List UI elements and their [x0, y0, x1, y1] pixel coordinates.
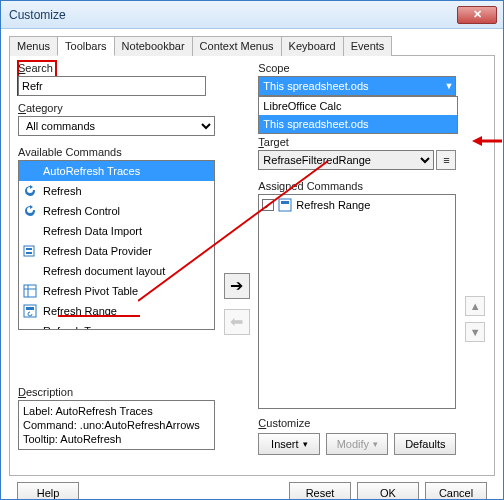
- arrow-up-icon: ▲: [470, 300, 481, 312]
- reorder-buttons: ▲ ▼: [464, 62, 486, 455]
- blank-icon: [23, 224, 37, 238]
- svg-rect-0: [24, 246, 34, 256]
- target-label: Target: [258, 136, 456, 148]
- blank-icon: [23, 264, 37, 278]
- right-column: Scope This spreadsheet.ods ▼ LibreOffice…: [258, 62, 456, 455]
- assigned-commands-label: Assigned Commands: [258, 180, 456, 192]
- description-line: Tooltip: AutoRefresh: [23, 432, 210, 446]
- svg-rect-7: [26, 307, 34, 310]
- dialog-footer: Help Reset OK Cancel: [9, 476, 495, 500]
- search-label: Search: [18, 62, 215, 74]
- description-line: Label: AutoRefresh Traces: [23, 404, 210, 418]
- svg-rect-9: [281, 201, 289, 204]
- refresh-icon: [23, 184, 37, 198]
- blank-icon: [23, 324, 37, 330]
- pivot-table-icon: [23, 284, 37, 298]
- available-commands-label: Available Commands: [18, 146, 215, 158]
- transfer-buttons: ➔ ⬅: [223, 62, 251, 455]
- arrow-down-icon: ▼: [470, 326, 481, 338]
- close-icon: ✕: [473, 8, 482, 21]
- list-item-label: Refresh Range: [296, 199, 370, 211]
- list-item[interactable]: Refresh Data Provider: [19, 241, 214, 261]
- scope-option[interactable]: This spreadsheet.ods: [259, 115, 457, 133]
- tab-notebookbar[interactable]: Notebookbar: [114, 36, 193, 56]
- list-item[interactable]: Refresh: [19, 181, 214, 201]
- move-up-button[interactable]: ▲: [465, 296, 485, 316]
- arrow-left-icon: ⬅: [230, 312, 243, 331]
- available-commands-list[interactable]: AutoRefresh Traces Refresh Refresh Contr…: [18, 160, 215, 330]
- blank-icon: [23, 164, 37, 178]
- category-select[interactable]: All commands: [18, 116, 215, 136]
- assigned-commands-list[interactable]: ✓ Refresh Range: [258, 194, 456, 409]
- ok-button[interactable]: OK: [357, 482, 419, 500]
- remove-command-button[interactable]: ⬅: [224, 309, 250, 335]
- list-item-label: Refresh Data Import: [43, 225, 142, 237]
- reset-button[interactable]: Reset: [289, 482, 351, 500]
- scope-select[interactable]: This spreadsheet.ods ▼: [258, 76, 456, 96]
- tab-page: Search Category All commands Available C…: [9, 56, 495, 476]
- tab-keyboard[interactable]: Keyboard: [281, 36, 344, 56]
- arrow-right-icon: ➔: [230, 276, 243, 295]
- annotation-red-arrow: [472, 135, 502, 147]
- checkbox-icon[interactable]: ✓: [262, 199, 274, 211]
- svg-rect-6: [24, 305, 36, 317]
- category-label: Category: [18, 102, 215, 114]
- titlebar: Customize ✕: [1, 1, 503, 29]
- list-item-label: Refresh: [43, 185, 82, 197]
- list-item[interactable]: Refresh Control: [19, 201, 214, 221]
- tab-contextmenus[interactable]: Context Menus: [192, 36, 282, 56]
- list-item[interactable]: AutoRefresh Traces: [19, 161, 214, 181]
- target-menu-button[interactable]: ≡: [436, 150, 456, 170]
- chevron-down-icon: ▼: [444, 81, 453, 91]
- modify-button[interactable]: Modify▾: [326, 433, 388, 455]
- defaults-button[interactable]: Defaults: [394, 433, 456, 455]
- list-item[interactable]: Refresh Data Import: [19, 221, 214, 241]
- help-button[interactable]: Help: [17, 482, 79, 500]
- scope-selected-text: This spreadsheet.ods: [263, 80, 368, 92]
- list-item[interactable]: Refresh Traces: [19, 321, 214, 330]
- list-item-label: Refresh document layout: [43, 265, 165, 277]
- tab-toolbars[interactable]: Toolbars: [57, 36, 115, 56]
- svg-rect-8: [279, 199, 291, 211]
- list-item[interactable]: Refresh Range: [19, 301, 214, 321]
- svg-rect-3: [24, 285, 36, 297]
- refresh-range-icon: [23, 304, 37, 318]
- description-line: Command: .uno:AutoRefreshArrows: [23, 418, 210, 432]
- close-button[interactable]: ✕: [457, 6, 497, 24]
- target-select[interactable]: RefraseFilteredRange: [258, 150, 434, 170]
- list-item-label: AutoRefresh Traces: [43, 165, 140, 177]
- tab-events[interactable]: Events: [343, 36, 393, 56]
- chevron-down-icon: ▾: [373, 439, 378, 449]
- search-input[interactable]: [18, 76, 206, 96]
- scope-option[interactable]: LibreOffice Calc: [259, 97, 457, 115]
- list-item-label: Refresh Control: [43, 205, 120, 217]
- add-command-button[interactable]: ➔: [224, 273, 250, 299]
- left-column: Search Category All commands Available C…: [18, 62, 215, 455]
- customize-label: Customize: [258, 417, 456, 429]
- cancel-button[interactable]: Cancel: [425, 482, 487, 500]
- list-item[interactable]: ✓ Refresh Range: [259, 195, 455, 215]
- description-label: Description: [18, 386, 215, 398]
- svg-marker-12: [472, 136, 482, 146]
- refresh-icon: [23, 204, 37, 218]
- menu-icon: ≡: [443, 154, 449, 166]
- data-provider-icon: [23, 244, 37, 258]
- list-item[interactable]: Refresh document layout: [19, 261, 214, 281]
- insert-button[interactable]: Insert▾: [258, 433, 320, 455]
- scope-label: Scope: [258, 62, 456, 74]
- chevron-down-icon: ▾: [303, 439, 308, 449]
- refresh-range-icon: [278, 198, 292, 212]
- move-down-button[interactable]: ▼: [465, 322, 485, 342]
- window-title: Customize: [9, 8, 457, 22]
- list-item-label: Refresh Pivot Table: [43, 285, 138, 297]
- svg-rect-1: [26, 248, 32, 250]
- tab-menus[interactable]: Menus: [9, 36, 58, 56]
- description-box: Label: AutoRefresh Traces Command: .uno:…: [18, 400, 215, 450]
- scope-dropdown-list[interactable]: LibreOffice Calc This spreadsheet.ods: [258, 96, 458, 134]
- svg-rect-2: [26, 252, 32, 254]
- list-item-label: Refresh Range: [43, 305, 117, 317]
- tabstrip: Menus Toolbars Notebookbar Context Menus…: [9, 35, 495, 56]
- list-item-label: Refresh Data Provider: [43, 245, 152, 257]
- list-item[interactable]: Refresh Pivot Table: [19, 281, 214, 301]
- list-item-label: Refresh Traces: [43, 325, 118, 330]
